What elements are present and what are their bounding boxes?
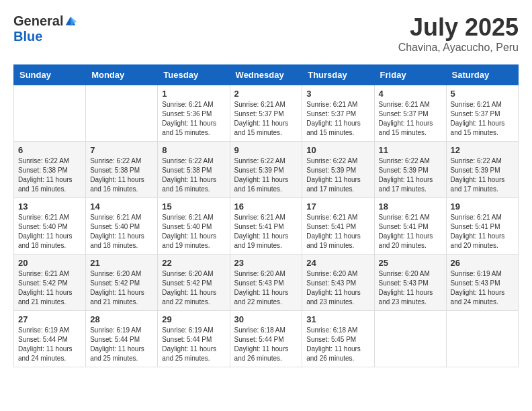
calendar-cell: 31Sunrise: 6:18 AM Sunset: 5:45 PM Dayli… xyxy=(302,311,374,367)
day-number: 24 xyxy=(306,258,369,268)
day-detail: Sunrise: 6:21 AM Sunset: 5:41 PM Dayligh… xyxy=(451,213,514,250)
calendar-cell xyxy=(446,311,518,367)
calendar-week-row: 13Sunrise: 6:21 AM Sunset: 5:40 PM Dayli… xyxy=(14,198,519,255)
day-number: 27 xyxy=(18,314,81,324)
day-number: 7 xyxy=(90,145,153,155)
calendar-cell: 21Sunrise: 6:20 AM Sunset: 5:42 PM Dayli… xyxy=(86,255,158,311)
day-number: 28 xyxy=(90,314,153,324)
day-detail: Sunrise: 6:19 AM Sunset: 5:44 PM Dayligh… xyxy=(162,326,225,363)
calendar-cell: 18Sunrise: 6:21 AM Sunset: 5:41 PM Dayli… xyxy=(374,198,446,255)
calendar-cell: 23Sunrise: 6:20 AM Sunset: 5:43 PM Dayli… xyxy=(230,255,302,311)
calendar-cell: 16Sunrise: 6:21 AM Sunset: 5:41 PM Dayli… xyxy=(230,198,302,255)
day-number: 26 xyxy=(451,258,514,268)
day-number: 18 xyxy=(379,201,442,212)
calendar-cell: 24Sunrise: 6:20 AM Sunset: 5:43 PM Dayli… xyxy=(302,255,374,311)
day-detail: Sunrise: 6:21 AM Sunset: 5:37 PM Dayligh… xyxy=(451,100,514,138)
title-section: July 2025 Chavina, Ayacucho, Peru xyxy=(398,13,519,54)
calendar-cell: 9Sunrise: 6:22 AM Sunset: 5:39 PM Daylig… xyxy=(230,142,302,198)
day-detail: Sunrise: 6:19 AM Sunset: 5:44 PM Dayligh… xyxy=(90,326,153,363)
calendar-cell: 15Sunrise: 6:21 AM Sunset: 5:40 PM Dayli… xyxy=(158,198,230,255)
day-detail: Sunrise: 6:21 AM Sunset: 5:40 PM Dayligh… xyxy=(18,213,81,250)
day-detail: Sunrise: 6:21 AM Sunset: 5:37 PM Dayligh… xyxy=(234,100,298,138)
day-number: 16 xyxy=(234,201,298,212)
day-number: 5 xyxy=(451,89,514,99)
day-detail: Sunrise: 6:21 AM Sunset: 5:37 PM Dayligh… xyxy=(379,100,442,138)
day-number: 4 xyxy=(379,89,442,99)
day-number: 20 xyxy=(18,258,81,268)
day-number: 17 xyxy=(306,201,369,212)
day-number: 29 xyxy=(162,314,225,324)
calendar-cell: 12Sunrise: 6:22 AM Sunset: 5:39 PM Dayli… xyxy=(446,142,518,198)
calendar-cell: 28Sunrise: 6:19 AM Sunset: 5:44 PM Dayli… xyxy=(86,311,158,367)
day-detail: Sunrise: 6:20 AM Sunset: 5:42 PM Dayligh… xyxy=(90,269,153,307)
day-detail: Sunrise: 6:22 AM Sunset: 5:38 PM Dayligh… xyxy=(162,156,225,194)
day-number: 13 xyxy=(18,201,81,212)
day-detail: Sunrise: 6:20 AM Sunset: 5:43 PM Dayligh… xyxy=(306,269,369,307)
calendar-cell: 19Sunrise: 6:21 AM Sunset: 5:41 PM Dayli… xyxy=(446,198,518,255)
month-title: July 2025 xyxy=(398,13,519,42)
day-detail: Sunrise: 6:21 AM Sunset: 5:42 PM Dayligh… xyxy=(18,269,81,307)
logo-blue: Blue xyxy=(13,29,42,44)
day-detail: Sunrise: 6:22 AM Sunset: 5:39 PM Dayligh… xyxy=(234,156,298,194)
calendar-cell: 8Sunrise: 6:22 AM Sunset: 5:38 PM Daylig… xyxy=(158,142,230,198)
calendar-cell: 25Sunrise: 6:20 AM Sunset: 5:43 PM Dayli… xyxy=(374,255,446,311)
logo-general: General xyxy=(13,13,63,29)
day-number: 8 xyxy=(162,145,225,155)
day-number: 15 xyxy=(162,201,225,212)
day-detail: Sunrise: 6:21 AM Sunset: 5:37 PM Dayligh… xyxy=(306,100,369,138)
day-number: 19 xyxy=(451,201,514,212)
logo: General Blue xyxy=(13,13,77,44)
calendar-cell: 6Sunrise: 6:22 AM Sunset: 5:38 PM Daylig… xyxy=(14,142,86,198)
day-header-wednesday: Wednesday xyxy=(230,65,302,85)
calendar-cell: 5Sunrise: 6:21 AM Sunset: 5:37 PM Daylig… xyxy=(446,85,518,142)
day-detail: Sunrise: 6:21 AM Sunset: 5:36 PM Dayligh… xyxy=(162,100,225,138)
calendar-cell: 29Sunrise: 6:19 AM Sunset: 5:44 PM Dayli… xyxy=(158,311,230,367)
day-number: 14 xyxy=(90,201,153,212)
day-header-sunday: Sunday xyxy=(14,65,86,85)
calendar-cell: 20Sunrise: 6:21 AM Sunset: 5:42 PM Dayli… xyxy=(14,255,86,311)
calendar-table: SundayMondayTuesdayWednesdayThursdayFrid… xyxy=(13,64,519,367)
day-detail: Sunrise: 6:22 AM Sunset: 5:39 PM Dayligh… xyxy=(379,156,442,194)
day-detail: Sunrise: 6:21 AM Sunset: 5:41 PM Dayligh… xyxy=(379,213,442,250)
calendar-cell: 4Sunrise: 6:21 AM Sunset: 5:37 PM Daylig… xyxy=(374,85,446,142)
calendar-cell xyxy=(14,85,86,142)
calendar-cell xyxy=(374,311,446,367)
calendar-week-row: 6Sunrise: 6:22 AM Sunset: 5:38 PM Daylig… xyxy=(14,142,519,198)
calendar-cell: 7Sunrise: 6:22 AM Sunset: 5:38 PM Daylig… xyxy=(86,142,158,198)
day-number: 10 xyxy=(306,145,369,155)
day-number: 12 xyxy=(451,145,514,155)
day-detail: Sunrise: 6:20 AM Sunset: 5:42 PM Dayligh… xyxy=(162,269,225,307)
calendar-cell: 11Sunrise: 6:22 AM Sunset: 5:39 PM Dayli… xyxy=(374,142,446,198)
logo-icon xyxy=(64,15,77,28)
calendar-cell: 27Sunrise: 6:19 AM Sunset: 5:44 PM Dayli… xyxy=(14,311,86,367)
day-number: 23 xyxy=(234,258,298,268)
day-detail: Sunrise: 6:21 AM Sunset: 5:40 PM Dayligh… xyxy=(90,213,153,250)
calendar-cell: 30Sunrise: 6:18 AM Sunset: 5:44 PM Dayli… xyxy=(230,311,302,367)
calendar-cell: 26Sunrise: 6:19 AM Sunset: 5:43 PM Dayli… xyxy=(446,255,518,311)
calendar-week-row: 20Sunrise: 6:21 AM Sunset: 5:42 PM Dayli… xyxy=(14,255,519,311)
day-header-thursday: Thursday xyxy=(302,65,374,85)
day-header-tuesday: Tuesday xyxy=(158,65,230,85)
day-detail: Sunrise: 6:19 AM Sunset: 5:43 PM Dayligh… xyxy=(451,269,514,307)
calendar-cell: 13Sunrise: 6:21 AM Sunset: 5:40 PM Dayli… xyxy=(14,198,86,255)
day-number: 9 xyxy=(234,145,298,155)
day-number: 6 xyxy=(18,145,81,155)
page-header: General Blue July 2025 Chavina, Ayacucho… xyxy=(13,13,519,54)
day-detail: Sunrise: 6:22 AM Sunset: 5:39 PM Dayligh… xyxy=(451,156,514,194)
day-detail: Sunrise: 6:22 AM Sunset: 5:38 PM Dayligh… xyxy=(90,156,153,194)
day-header-saturday: Saturday xyxy=(446,65,518,85)
day-number: 11 xyxy=(379,145,442,155)
day-header-monday: Monday xyxy=(86,65,158,85)
day-detail: Sunrise: 6:22 AM Sunset: 5:38 PM Dayligh… xyxy=(18,156,81,194)
calendar-week-row: 27Sunrise: 6:19 AM Sunset: 5:44 PM Dayli… xyxy=(14,311,519,367)
calendar-cell: 3Sunrise: 6:21 AM Sunset: 5:37 PM Daylig… xyxy=(302,85,374,142)
calendar-cell: 14Sunrise: 6:21 AM Sunset: 5:40 PM Dayli… xyxy=(86,198,158,255)
day-number: 22 xyxy=(162,258,225,268)
day-number: 30 xyxy=(234,314,298,324)
day-header-friday: Friday xyxy=(374,65,446,85)
day-detail: Sunrise: 6:18 AM Sunset: 5:44 PM Dayligh… xyxy=(234,326,298,363)
day-number: 31 xyxy=(306,314,369,324)
day-number: 21 xyxy=(90,258,153,268)
calendar-cell: 22Sunrise: 6:20 AM Sunset: 5:42 PM Dayli… xyxy=(158,255,230,311)
day-number: 1 xyxy=(162,89,225,99)
